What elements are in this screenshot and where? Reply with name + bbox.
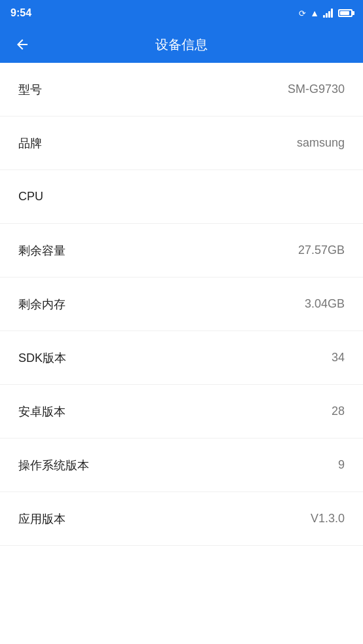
- info-row: 应用版本V1.3.0: [0, 492, 363, 546]
- info-value: 34: [332, 351, 345, 365]
- back-button[interactable]: [10, 33, 34, 56]
- info-label: 品牌: [18, 135, 42, 151]
- info-label: 剩余容量: [18, 243, 66, 259]
- info-value: SM-G9730: [288, 82, 345, 96]
- info-label: 剩余内存: [18, 296, 66, 312]
- info-value: 28: [332, 404, 345, 418]
- info-row: 剩余内存3.04GB: [0, 277, 363, 331]
- info-row: 安卓版本28: [0, 385, 363, 438]
- info-label: CPU: [18, 190, 43, 204]
- info-label: 应用版本: [18, 511, 66, 527]
- info-value: samsung: [297, 136, 345, 150]
- toolbar: 设备信息: [0, 26, 363, 63]
- info-value: 27.57GB: [298, 243, 345, 257]
- info-row: 型号SM-G9730: [0, 63, 363, 116]
- info-label: SDK版本: [18, 350, 66, 366]
- info-row: 剩余容量27.57GB: [0, 224, 363, 277]
- sync-icon: ⟳: [299, 9, 306, 18]
- battery-icon: [338, 9, 353, 17]
- device-info-content: 型号SM-G9730品牌samsungCPU剩余容量27.57GB剩余内存3.0…: [0, 63, 363, 546]
- info-label: 型号: [18, 82, 42, 98]
- page-title: 设备信息: [45, 36, 318, 54]
- info-label: 操作系统版本: [18, 457, 89, 473]
- status-bar: 9:54 ⟳ ▲: [0, 0, 363, 26]
- wifi-icon: ▲: [310, 8, 319, 18]
- info-value: 3.04GB: [305, 297, 345, 311]
- status-time: 9:54: [10, 7, 31, 19]
- info-row: SDK版本34: [0, 331, 363, 385]
- info-value: 9: [338, 458, 345, 472]
- info-row: CPU: [0, 170, 363, 224]
- signal-icon: [323, 9, 333, 18]
- status-icons: ⟳ ▲: [299, 8, 353, 18]
- info-row: 操作系统版本9: [0, 438, 363, 492]
- info-value: V1.3.0: [311, 512, 345, 526]
- info-row: 品牌samsung: [0, 116, 363, 170]
- info-label: 安卓版本: [18, 404, 66, 420]
